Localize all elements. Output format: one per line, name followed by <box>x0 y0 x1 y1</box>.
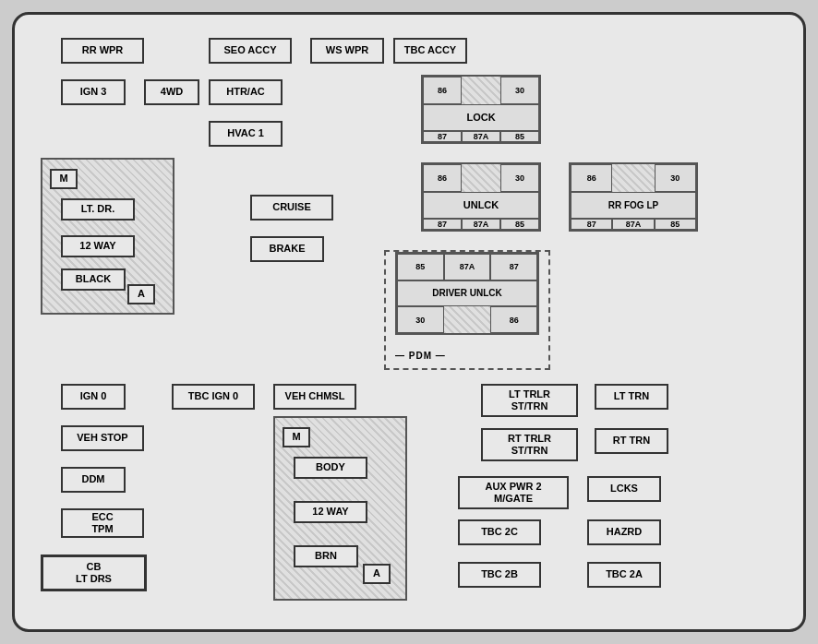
du-87a: 87A <box>444 254 491 280</box>
tbc-ign0-box: TBC IGN 0 <box>172 384 255 410</box>
du-center: DRIVER UNLCK <box>397 280 537 307</box>
du-87: 87 <box>490 254 537 280</box>
lock-86: 86 <box>423 77 462 104</box>
pdm-label: — PDM — <box>395 351 446 361</box>
fog-87a: 87A <box>612 219 654 230</box>
12way-left-box: 12 WAY <box>61 235 135 257</box>
tbc-2b-box: TBC 2B <box>458 562 541 588</box>
tbc-accy-box: TBC ACCY <box>393 38 467 64</box>
unlck-87: 87 <box>423 219 462 230</box>
du-85: 85 <box>397 254 444 280</box>
cb-lt-drs-box: CB LT DRS <box>41 555 147 591</box>
ecc-tpm-box: ECC TPM <box>61 508 144 538</box>
unlck-relay: 86 30 UNLCK 87 87A 85 <box>421 162 541 232</box>
veh-chmsl-box: VEH CHMSL <box>273 384 356 410</box>
unlck-86: 86 <box>423 164 462 192</box>
veh-stop-box: VEH STOP <box>61 425 144 451</box>
du-86: 86 <box>490 306 537 333</box>
ws-wpr-box: WS WPR <box>310 38 384 64</box>
rr-fog-relay: 86 30 RR FOG LP 87 87A 85 <box>569 162 698 232</box>
unlck-85: 85 <box>500 219 539 230</box>
fuse-diagram: RR WPR SEO ACCY WS WPR TBC ACCY IGN 3 4W… <box>12 12 806 632</box>
seo-accy-box: SEO ACCY <box>209 38 292 64</box>
fog-center: RR FOG LP <box>571 192 696 220</box>
lock-87: 87 <box>423 131 462 142</box>
lock-30: 30 <box>500 77 539 104</box>
body-box: BODY <box>294 457 367 479</box>
aux-pwr2-box: AUX PWR 2 M/GATE <box>458 476 569 509</box>
ign3-box: IGN 3 <box>61 79 126 105</box>
hvac1-box: HVAC 1 <box>209 121 283 147</box>
ign0-box: IGN 0 <box>61 384 126 410</box>
hazrd-box: HAZRD <box>587 519 661 545</box>
lcks-box: LCKS <box>587 476 661 502</box>
lt-trlr-box: LT TRLR ST/TRN <box>481 384 578 417</box>
fog-85: 85 <box>655 219 696 230</box>
du-30: 30 <box>397 306 444 333</box>
a-right-box: A <box>363 564 391 584</box>
12way-right-box: 12 WAY <box>294 501 367 523</box>
left-connector-block: M LT. DR. 12 WAY BLACK A <box>41 158 174 315</box>
lock-center: LOCK <box>423 104 539 132</box>
fog-30: 30 <box>655 164 696 192</box>
lock-85: 85 <box>500 131 539 142</box>
fwd-box: 4WD <box>144 79 199 105</box>
lt-dr-box: LT. DR. <box>61 198 135 221</box>
brake-box: BRAKE <box>250 236 324 262</box>
fog-86: 86 <box>571 164 612 192</box>
unlck-87a: 87A <box>462 219 500 230</box>
right-connector-block: M BODY 12 WAY BRN A <box>273 416 407 601</box>
black-box: BLACK <box>61 268 126 291</box>
lt-trn-box: LT TRN <box>595 384 668 410</box>
m-left-box: M <box>50 169 78 189</box>
unlck-30: 30 <box>500 164 539 192</box>
driver-unlck-relay: 85 87A 87 DRIVER UNLCK 30 86 <box>395 252 539 335</box>
lock-relay: 86 30 LOCK 87 87A 85 <box>421 75 541 144</box>
m-right-box: M <box>283 427 310 447</box>
lock-87a: 87A <box>462 131 500 142</box>
tbc-2c-box: TBC 2C <box>458 519 541 545</box>
htr-ac-box: HTR/AC <box>209 79 283 105</box>
brn-box: BRN <box>294 545 358 567</box>
a-left-box: A <box>127 284 155 304</box>
cruise-box: CRUISE <box>250 195 333 221</box>
rt-trlr-box: RT TRLR ST/TRN <box>481 428 578 461</box>
rt-trn-box: RT TRN <box>595 428 668 454</box>
ddm-box: DDM <box>61 467 126 493</box>
pdm-region: 85 87A 87 DRIVER UNLCK 30 86 — PDM — <box>384 250 550 370</box>
rr-wpr-box: RR WPR <box>61 38 144 64</box>
tbc-2a-box: TBC 2A <box>587 562 661 588</box>
unlck-center: UNLCK <box>423 192 539 220</box>
fog-87: 87 <box>571 219 612 230</box>
